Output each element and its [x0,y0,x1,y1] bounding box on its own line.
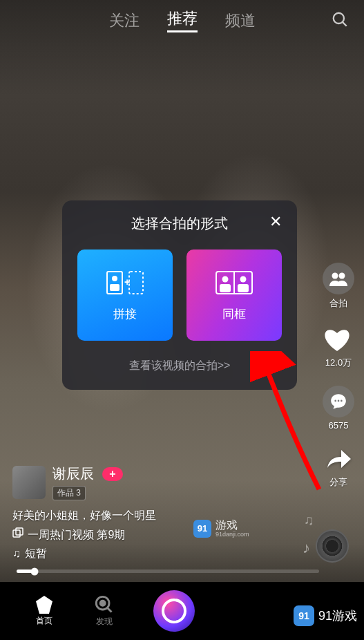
caption-text: 好美的小姐姐，好像一个明星 [12,506,156,525]
view-hepai-link[interactable]: 查看该视频的合拍>> [77,359,282,373]
share-button[interactable]: 分享 [325,447,352,489]
heart-icon [323,326,354,354]
option-pinjie-label: 拼接 [113,306,137,322]
tab-recommend[interactable]: 推荐 [167,8,198,32]
svg-rect-22 [238,284,249,292]
svg-point-4 [334,400,336,402]
hepai-format-modal: 选择合拍的形式 ✕ + 拼接 同框 查看该视频的合拍> [62,200,297,390]
author-row: 谢辰辰 + 作品 3 [12,464,123,500]
music-note-icon: ♫ [12,544,21,563]
share-icon [325,447,352,473]
right-action-rail: 合拍 12.0万 6575 分享 [323,263,354,489]
capture-button[interactable] [153,590,195,632]
follow-button[interactable]: + [102,467,123,481]
svg-point-10 [100,601,105,605]
nav-discover[interactable]: 发现 [95,595,114,628]
hepai-label: 合拍 [329,297,347,310]
tongkuang-icon [213,269,255,297]
video-description: 好美的小姐姐，好像一个明星 一周热门视频 第9期 ♫ 短暂 [12,506,156,563]
author-name[interactable]: 谢辰辰 [52,464,94,483]
nav-home-label: 首页 [36,615,52,627]
watermark-small: 91 游戏 91danji.com [193,520,249,538]
like-button[interactable]: 12.0万 [323,326,354,369]
svg-line-11 [107,608,111,612]
comment-count: 6575 [329,420,349,431]
watermark-text-large: 91游戏 [318,608,357,624]
tab-channel[interactable]: 频道 [225,10,256,31]
svg-point-13 [112,276,117,281]
music-line[interactable]: ♫ 短暂 [12,544,156,563]
playlist-icon [12,525,23,544]
hot-video-text: 一周热门视频 第9期 [28,525,125,544]
search-icon[interactable] [331,10,349,31]
watermark-subtext: 91danji.com [215,531,249,538]
option-tongkuang-label: 同框 [222,306,246,322]
option-tongkuang[interactable]: 同框 [186,250,282,341]
option-pinjie[interactable]: + 拼接 [77,250,173,341]
watermark-badge-large: 91 [294,605,314,626]
svg-point-5 [338,400,340,402]
svg-point-6 [341,400,343,402]
comment-icon [323,386,354,417]
watermark-text: 游戏 [215,520,249,531]
modal-title: 选择合拍的形式 [131,214,228,233]
top-nav: 关注 推荐 频道 [0,8,364,32]
pinjie-icon: + [106,269,144,297]
floating-note-icon: ♪ [303,539,310,557]
svg-point-21 [240,276,247,282]
watermark-badge: 91 [193,520,211,538]
progress-bar[interactable] [17,570,319,573]
works-count-badge[interactable]: 作品 3 [52,486,86,500]
close-icon[interactable]: ✕ [269,213,282,231]
share-label: 分享 [329,476,347,489]
discover-icon [95,595,114,614]
svg-rect-16 [129,272,143,294]
hepai-button[interactable]: 合拍 [323,263,354,310]
like-count: 12.0万 [325,357,352,369]
svg-rect-14 [110,284,119,291]
svg-point-19 [222,276,229,282]
duet-icon [323,263,354,294]
svg-rect-8 [16,528,23,535]
svg-point-3 [339,273,345,279]
svg-line-1 [343,22,346,26]
music-name: 短暂 [25,544,47,563]
hot-video-line[interactable]: 一周热门视频 第9期 [12,525,156,544]
svg-rect-7 [13,530,20,537]
svg-point-0 [334,12,344,23]
home-icon [34,596,55,614]
floating-note-icon: ♫ [304,512,314,528]
svg-point-2 [332,273,338,279]
svg-rect-20 [220,284,231,292]
comment-button[interactable]: 6575 [323,386,354,431]
avatar[interactable] [12,466,46,499]
tab-follow[interactable]: 关注 [109,10,140,31]
watermark-large: 91 91游戏 [294,605,357,626]
music-disc[interactable] [316,529,349,563]
svg-text:+: + [124,276,130,288]
nav-home[interactable]: 首页 [34,596,55,627]
nav-discover-label: 发现 [96,616,113,628]
